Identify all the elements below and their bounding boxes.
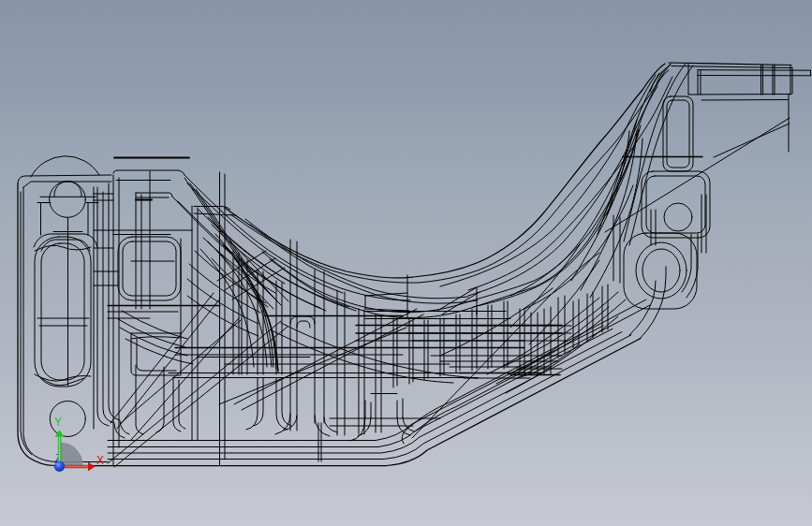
svg-text:Y: Y xyxy=(54,416,62,429)
svg-text:X: X xyxy=(96,454,104,467)
